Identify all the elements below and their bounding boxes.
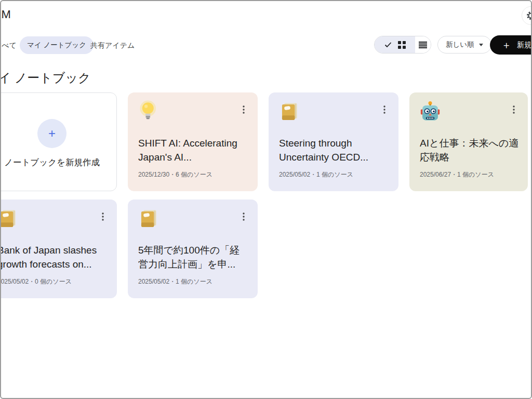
notebook-emoji-icon bbox=[137, 207, 160, 230]
create-button-label: 新規作成 bbox=[517, 41, 532, 50]
tab-my-notebooks[interactable]: マイ ノートブック bbox=[20, 36, 94, 54]
notebook-sources: 1 個のソース bbox=[316, 171, 353, 178]
notebook-date: 2025/06/27 bbox=[420, 171, 451, 178]
notebook-emoji-icon bbox=[0, 207, 19, 230]
notebook-meta: 2025/05/02・1 個のソース bbox=[279, 170, 353, 179]
card-menu-button[interactable] bbox=[378, 103, 391, 116]
meta-separator: ・ bbox=[169, 171, 176, 178]
lightbulb-emoji-icon bbox=[137, 100, 160, 123]
kebab-icon bbox=[243, 105, 245, 114]
tab-shared[interactable]: 共有アイテム bbox=[90, 36, 135, 54]
robot-emoji-icon bbox=[419, 100, 442, 123]
sort-dropdown[interactable]: 新しい順 bbox=[437, 36, 491, 54]
gear-icon bbox=[526, 10, 532, 21]
notebook-date: 2025/05/02 bbox=[279, 171, 310, 178]
notebook-sources: 6 個のソース bbox=[176, 171, 212, 178]
grid-icon bbox=[398, 41, 406, 49]
notebook-sources: 0 個のソース bbox=[35, 278, 72, 285]
meta-separator: ・ bbox=[29, 278, 35, 285]
notebook-emoji-icon bbox=[278, 100, 301, 123]
notebook-card[interactable]: 5年間で約100件の「経営力向上計画」を申... 2025/05/02・1 個の… bbox=[128, 200, 258, 298]
meta-separator: ・ bbox=[169, 278, 176, 285]
page-title: マイ ノートブック bbox=[0, 70, 91, 86]
notebook-sources: 1 個のソース bbox=[176, 278, 212, 285]
card-menu-button[interactable] bbox=[96, 210, 110, 223]
create-notebook-card[interactable]: + ノートブックを新規作成 bbox=[0, 92, 117, 191]
notebook-title: Bank of Japan slashes growth forecasts o… bbox=[0, 243, 109, 271]
notebook-meta: 2025/12/30・6 個のソース bbox=[138, 170, 212, 179]
meta-separator: ・ bbox=[310, 171, 316, 178]
notebook-card[interactable]: SHIFT AI: Accelerating Japan's AI... 202… bbox=[128, 92, 258, 191]
notebook-card[interactable]: Steering through Uncertainty OECD... 202… bbox=[269, 92, 398, 191]
chevron-down-icon bbox=[479, 44, 483, 46]
card-menu-button[interactable] bbox=[237, 210, 250, 223]
notebook-card[interactable]: AIと仕事：未来への適応戦略 2025/06/27・1 個のソース bbox=[409, 92, 528, 191]
app-logo: NotebookLM bbox=[0, 8, 11, 21]
notebook-title: SHIFT AI: Accelerating Japan's AI... bbox=[138, 136, 249, 164]
notebook-title: AIと仕事：未来への適応戦略 bbox=[420, 136, 521, 164]
notebook-sources: 1 個のソース bbox=[457, 171, 494, 178]
view-toggle bbox=[374, 36, 431, 54]
plus-icon: ＋ bbox=[501, 40, 511, 50]
kebab-icon bbox=[383, 105, 385, 114]
tab-all[interactable]: すべて bbox=[0, 36, 17, 54]
notebook-date: 2025/12/30 bbox=[138, 171, 169, 178]
app-window: NotebookLM すべて マイ ノートブック 共有アイテム bbox=[0, 0, 532, 399]
create-notebook-button[interactable]: ＋ 新規作成 bbox=[490, 35, 532, 55]
notebook-meta: 2025/06/27・1 個のソース bbox=[420, 170, 494, 179]
kebab-icon bbox=[243, 212, 245, 221]
settings-button[interactable] bbox=[522, 6, 532, 25]
notebook-title: Steering through Uncertainty OECD... bbox=[279, 136, 390, 164]
notebook-card[interactable]: Bank of Japan slashes growth forecasts o… bbox=[0, 200, 117, 298]
plus-icon: + bbox=[48, 126, 56, 141]
notebook-meta: 2025/05/02・0 個のソース bbox=[0, 277, 72, 286]
card-menu-button[interactable] bbox=[237, 103, 250, 116]
list-icon bbox=[419, 42, 427, 48]
card-menu-button[interactable] bbox=[507, 103, 521, 116]
plus-circle[interactable]: + bbox=[37, 119, 66, 148]
notebook-date: 2025/05/02 bbox=[138, 278, 169, 285]
list-view-button[interactable] bbox=[415, 36, 431, 53]
sort-label: 新しい順 bbox=[446, 40, 474, 49]
check-icon bbox=[384, 41, 392, 49]
kebab-icon bbox=[102, 212, 104, 221]
create-card-label: ノートブックを新規作成 bbox=[0, 157, 116, 168]
notebook-meta: 2025/05/02・1 個のソース bbox=[138, 277, 212, 286]
notebook-date: 2025/05/02 bbox=[0, 278, 29, 285]
grid-view-button[interactable] bbox=[375, 36, 415, 53]
meta-separator: ・ bbox=[451, 171, 457, 178]
notebook-title: 5年間で約100件の「経営力向上計画」を申... bbox=[138, 243, 249, 271]
kebab-icon bbox=[513, 105, 515, 114]
